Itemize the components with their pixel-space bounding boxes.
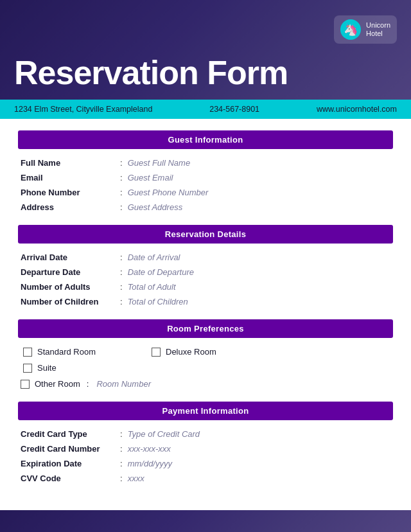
payment-section: Payment Information Credit Card Type : T… xyxy=(18,402,393,483)
checkbox-deluxe[interactable] xyxy=(152,348,161,357)
reservation-section-heading: Reservation Details xyxy=(18,225,393,244)
field-label-address: Address xyxy=(21,202,120,212)
logo-text: Unicorn Hotel xyxy=(366,21,390,38)
room-section: Room Preferences Standard Room Deluxe Ro… xyxy=(18,319,393,389)
page-title: Reservation Form xyxy=(14,56,288,89)
field-row-card-type: Credit Card Type : Type of Credit Card xyxy=(21,429,390,439)
checkbox-standard[interactable] xyxy=(23,348,32,357)
colon-expiration: : xyxy=(120,459,123,468)
field-row-phone: Phone Number : Guest Phone Number xyxy=(21,188,390,197)
field-value-fullname[interactable]: Guest Full Name xyxy=(128,158,191,168)
main-content: Guest Information Full Name : Guest Full… xyxy=(0,119,411,510)
room-fields: Standard Room Deluxe Room Suite Other Ro… xyxy=(18,347,393,389)
field-label-card-type: Credit Card Type xyxy=(21,429,120,439)
room-label-other: Other Room xyxy=(35,379,80,389)
field-label-departure: Departure Date xyxy=(21,267,120,277)
room-label-suite: Suite xyxy=(37,363,57,373)
colon-adults: : xyxy=(120,282,123,292)
field-value-adults[interactable]: Total of Adult xyxy=(128,282,176,292)
field-row-fullname: Full Name : Guest Full Name xyxy=(21,158,390,168)
page-header: Reservation Form 🦄 Unicorn Hotel xyxy=(0,0,411,100)
logo-name: Unicorn xyxy=(366,21,390,30)
field-row-card-number: Credit Card Number : xxx-xxx-xxx xyxy=(21,444,390,454)
room-option-deluxe: Deluxe Room xyxy=(152,347,280,357)
room-option-suite: Suite xyxy=(23,363,152,373)
logo-sub: Hotel xyxy=(366,30,390,38)
colon-email: : xyxy=(120,173,123,182)
room-options-row1: Standard Room Deluxe Room Suite xyxy=(21,347,390,373)
field-label-cvv: CVV Code xyxy=(21,474,120,483)
logo-icon: 🦄 xyxy=(340,19,361,40)
field-row-adults: Number of Adults : Total of Adult xyxy=(21,282,390,292)
field-row-children: Number of Children : Total of Children xyxy=(21,297,390,306)
guest-section-heading: Guest Information xyxy=(18,130,393,149)
field-value-departure[interactable]: Date of Departure xyxy=(128,267,194,277)
checkbox-other[interactable] xyxy=(21,380,30,389)
footer-overlay xyxy=(0,510,411,532)
field-label-children: Number of Children xyxy=(21,297,120,306)
field-row-address: Address : Guest Address xyxy=(21,202,390,212)
field-label-adults: Number of Adults xyxy=(21,282,120,292)
field-row-cvv: CVV Code : xxxx xyxy=(21,474,390,483)
room-option-other: Other Room : Room Number xyxy=(21,379,390,389)
room-label-standard: Standard Room xyxy=(37,347,96,357)
field-value-address[interactable]: Guest Address xyxy=(128,202,183,212)
checkbox-suite[interactable] xyxy=(23,364,32,373)
field-value-arrival[interactable]: Date of Arrival xyxy=(128,253,180,262)
colon-address: : xyxy=(120,202,123,212)
colon-card-type: : xyxy=(120,429,123,439)
contact-website: www.unicornhotel.com xyxy=(317,105,397,114)
field-row-departure: Departure Date : Date of Departure xyxy=(21,267,390,277)
room-option-standard: Standard Room xyxy=(23,347,152,357)
reservation-section: Reservation Details Arrival Date : Date … xyxy=(18,225,393,306)
field-value-email[interactable]: Guest Email xyxy=(128,173,173,182)
contact-bar: 1234 Elm Street, Cityville Exampleland 2… xyxy=(0,100,411,119)
contact-phone: 234-567-8901 xyxy=(209,105,259,114)
room-section-heading: Room Preferences xyxy=(18,319,393,338)
field-row-expiration: Expiration Date : mm/dd/yyyy xyxy=(21,459,390,468)
contact-address: 1234 Elm Street, Cityville Exampleland xyxy=(14,105,152,114)
field-row-email: Email : Guest Email xyxy=(21,173,390,182)
reservation-fields: Arrival Date : Date of Arrival Departure… xyxy=(18,253,393,306)
room-colon-other: : xyxy=(87,379,89,389)
payment-fields: Credit Card Type : Type of Credit Card C… xyxy=(18,429,393,483)
guest-fields: Full Name : Guest Full Name Email : Gues… xyxy=(18,158,393,212)
field-label-fullname: Full Name xyxy=(21,158,120,168)
field-value-children[interactable]: Total of Children xyxy=(128,297,188,306)
field-value-card-type[interactable]: Type of Credit Card xyxy=(128,429,200,439)
footer-image xyxy=(0,510,411,532)
colon-cvv: : xyxy=(120,474,123,483)
room-number-hint[interactable]: Room Number xyxy=(96,379,151,389)
field-value-expiration[interactable]: mm/dd/yyyy xyxy=(128,459,172,468)
room-label-deluxe: Deluxe Room xyxy=(166,347,216,357)
field-label-arrival: Arrival Date xyxy=(21,253,120,262)
field-label-email: Email xyxy=(21,173,120,182)
colon-departure: : xyxy=(120,267,123,277)
payment-section-heading: Payment Information xyxy=(18,402,393,420)
field-label-phone: Phone Number xyxy=(21,188,120,197)
field-value-card-number[interactable]: xxx-xxx-xxx xyxy=(128,444,171,454)
colon-children: : xyxy=(120,297,123,306)
room-other-row: Other Room : Room Number xyxy=(21,379,390,389)
guest-section: Guest Information Full Name : Guest Full… xyxy=(18,130,393,212)
colon-phone: : xyxy=(120,188,123,197)
field-value-phone[interactable]: Guest Phone Number xyxy=(128,188,209,197)
logo-area: 🦄 Unicorn Hotel xyxy=(334,15,397,44)
field-value-cvv[interactable]: xxxx xyxy=(128,474,144,483)
field-row-arrival: Arrival Date : Date of Arrival xyxy=(21,253,390,262)
colon-arrival: : xyxy=(120,253,123,262)
field-label-expiration: Expiration Date xyxy=(21,459,120,468)
colon-card-number: : xyxy=(120,444,123,454)
header-content: Reservation Form 🦄 Unicorn Hotel xyxy=(0,0,411,100)
field-label-card-number: Credit Card Number xyxy=(21,444,120,454)
colon-fullname: : xyxy=(120,158,123,168)
